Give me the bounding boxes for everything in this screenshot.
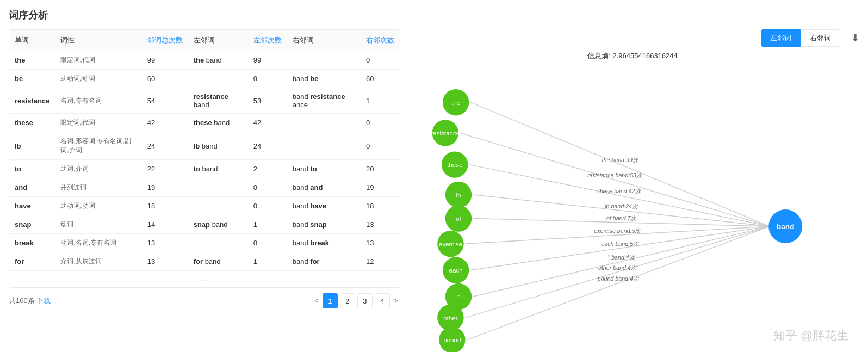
col-right-count[interactable]: 右邻次数: [361, 30, 400, 51]
cell-word: be: [9, 70, 55, 88]
cell-total: 99: [142, 51, 188, 70]
cell-total: 54: [142, 88, 188, 114]
download-icon[interactable]: ⬇: [851, 32, 859, 44]
next-page[interactable]: >: [392, 297, 400, 305]
cell-word: and: [9, 178, 55, 197]
cell-pos: 限定词,代词: [55, 51, 141, 70]
cell-total: 13: [142, 252, 188, 271]
svg-text:each band:5次: each band:5次: [601, 240, 640, 247]
svg-text:other band:4次: other band:4次: [598, 264, 637, 271]
cell-right-count: 13: [361, 215, 400, 234]
page-btn-2[interactable]: 2: [340, 293, 355, 308]
cell-left-count: 24: [248, 132, 287, 160]
cell-right-word: band break: [287, 234, 361, 252]
cell-right-word: band have: [287, 197, 361, 215]
cell-left-word: to band: [188, 160, 248, 178]
prev-page[interactable]: <: [312, 297, 320, 305]
page-title: 词序分析: [9, 9, 859, 22]
svg-text:other: other: [443, 314, 458, 322]
page-btn-4[interactable]: 4: [375, 293, 390, 308]
col-pos: 词性: [55, 30, 141, 51]
cell-total: 22: [142, 160, 188, 178]
cell-right-word: [287, 51, 361, 70]
cell-left-word: the band: [188, 51, 248, 70]
cell-left-word: these band: [188, 114, 248, 132]
cell-total: 42: [142, 114, 188, 132]
svg-text:pound: pound: [443, 336, 461, 343]
svg-line-2: [460, 133, 770, 226]
tab-left-neighbor[interactable]: 左邻词: [761, 29, 801, 47]
graph-node-the[interactable]: the: [443, 89, 469, 115]
graph-node-of[interactable]: of: [445, 205, 472, 231]
svg-text:band: band: [777, 223, 794, 231]
cell-right-count: 0: [361, 51, 400, 70]
cell-left-count: 2: [248, 160, 287, 178]
cell-right-word: band to: [287, 160, 361, 178]
page-btn-1[interactable]: 1: [323, 293, 338, 308]
table-row: the 限定词,代词 99 the band 99 0: [9, 51, 400, 70]
info-entropy: 信息熵: 2.964554166316244: [406, 51, 859, 61]
cell-pos: 助动词,动词: [55, 197, 141, 215]
svg-text:lb: lb: [456, 192, 461, 199]
cell-pos: 介词,从属连词: [55, 252, 141, 271]
cell-right-word: band resistance ance: [287, 88, 361, 114]
cell-pos: 助动词,动词: [55, 70, 141, 88]
cell-pos: 助词,介词: [55, 160, 141, 178]
cell-word: break: [9, 234, 55, 252]
page-btn-3[interactable]: 3: [357, 293, 373, 308]
col-left-word: 左邻词: [188, 30, 248, 51]
col-left-count[interactable]: 左邻次数: [248, 30, 287, 51]
svg-text:the: the: [451, 99, 460, 106]
cell-left-count: 99: [248, 51, 287, 70]
svg-line-14: [473, 226, 770, 297]
col-total[interactable]: 邻词总次数: [142, 30, 188, 51]
table-row: resistance 名词,专有名词 54 resistance band 53…: [9, 88, 400, 114]
tab-right-neighbor[interactable]: 右邻词: [801, 29, 840, 47]
graph-node-each[interactable]: each: [443, 257, 469, 283]
cell-right-count: 18: [361, 197, 400, 215]
cell-left-count: 0: [248, 234, 287, 252]
cell-pos: 限定词,代词: [55, 114, 141, 132]
cell-pos: 名词,形容词,专有名词,副词,介词: [55, 132, 141, 160]
cell-right-word: band be: [287, 70, 361, 88]
cell-right-count: 0: [361, 132, 400, 160]
cell-total: 19: [142, 178, 188, 197]
table-row: for 介词,从属连词 13 for band 1 band for 12: [9, 252, 400, 271]
cell-word: snap: [9, 215, 55, 234]
graph-node-pound[interactable]: pound: [439, 326, 465, 352]
svg-text:of band:7次: of band:7次: [606, 215, 637, 221]
cell-word: the: [9, 51, 55, 70]
cell-left-word: [188, 70, 248, 88]
svg-line-6: [473, 195, 770, 226]
graph-node-resistance[interactable]: resistance: [431, 120, 460, 146]
svg-text:pound band:4次: pound band:4次: [597, 275, 640, 282]
graph-node-these[interactable]: these: [442, 151, 468, 177]
graph-node-exercise[interactable]: exercise: [437, 231, 463, 257]
cell-word: resistance: [9, 88, 55, 114]
cell-total: 13: [142, 234, 188, 252]
cell-pos: 名词,专有名词: [55, 88, 141, 114]
cell-right-count: 60: [361, 70, 400, 88]
col-word: 单词: [9, 30, 55, 51]
cell-word: lb: [9, 132, 55, 160]
table-row: and 并列连词 19 0 band and 19: [9, 178, 400, 197]
cell-total: 60: [142, 70, 188, 88]
graph-node-lb[interactable]: lb: [445, 182, 472, 208]
cell-right-word: [287, 114, 361, 132]
cell-left-count: 42: [248, 114, 287, 132]
cell-word: for: [9, 252, 55, 271]
cell-right-count: 0: [361, 114, 400, 132]
cell-pos: 并列连词: [55, 178, 141, 197]
svg-text:resistance band:53次: resistance band:53次: [587, 172, 643, 178]
cell-right-word: band and: [287, 178, 361, 197]
cell-left-word: [188, 178, 248, 197]
table-row: have 助动词,动词 18 0 band have 18: [9, 197, 400, 215]
cell-word: to: [9, 160, 55, 178]
svg-text:of: of: [456, 215, 461, 222]
svg-line-16: [466, 226, 770, 318]
cell-total: 24: [142, 132, 188, 160]
cell-left-count: 53: [248, 88, 287, 114]
download-link[interactable]: 下载: [36, 297, 51, 305]
svg-text:each: each: [449, 267, 463, 274]
total-count: 共160条 下载: [9, 296, 51, 306]
